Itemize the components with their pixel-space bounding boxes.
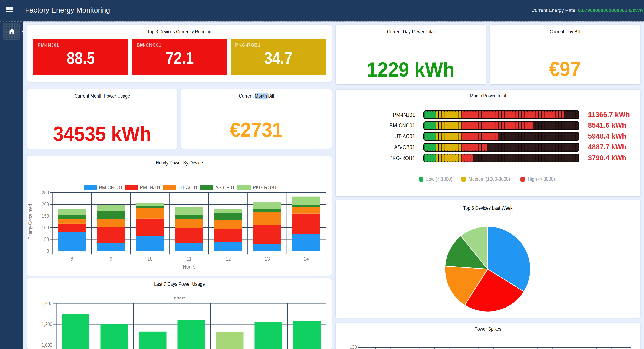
svg-text:1,400: 1,400 bbox=[42, 301, 52, 306]
svg-text:High (> 3000): High (> 3000) bbox=[528, 176, 555, 182]
svg-text:0: 0 bbox=[47, 248, 49, 254]
svg-text:UT-AC01: UT-AC01 bbox=[394, 133, 415, 140]
svg-text:PKG-ROB1: PKG-ROB1 bbox=[389, 155, 415, 161]
svg-text:200: 200 bbox=[42, 202, 49, 207]
svg-text:130: 130 bbox=[350, 344, 357, 349]
svg-text:150: 150 bbox=[42, 213, 49, 219]
svg-text:Hours: Hours bbox=[183, 264, 195, 270]
svg-text:11366.7 kWh: 11366.7 kWh bbox=[588, 111, 630, 118]
svg-text:AS-CB01: AS-CB01 bbox=[215, 185, 235, 190]
svg-text:3790.4 kWh: 3790.4 kWh bbox=[588, 154, 626, 162]
svg-text:BM-CNC01: BM-CNC01 bbox=[99, 185, 123, 190]
svg-text:14: 14 bbox=[304, 256, 309, 262]
svg-text:50: 50 bbox=[44, 237, 49, 242]
svg-text:Energy Consumed: Energy Consumed bbox=[27, 204, 33, 240]
svg-text:250: 250 bbox=[42, 190, 49, 195]
svg-text:12: 12 bbox=[226, 256, 231, 262]
svg-text:Low (< 1000): Low (< 1000) bbox=[426, 176, 452, 182]
svg-text:8541.6 kWh: 8541.6 kWh bbox=[588, 121, 626, 129]
svg-text:BM-CNC01: BM-CNC01 bbox=[390, 122, 415, 129]
svg-text:11: 11 bbox=[187, 256, 192, 262]
svg-text:PM-INJ01: PM-INJ01 bbox=[140, 185, 160, 190]
svg-text:PM-INJ01: PM-INJ01 bbox=[393, 111, 415, 118]
svg-text:5948.4 kWh: 5948.4 kWh bbox=[588, 132, 626, 140]
svg-text:Medium (1000-3000): Medium (1000-3000) bbox=[468, 176, 510, 182]
svg-text:UT-AC01: UT-AC01 bbox=[178, 185, 198, 190]
svg-text:1,000: 1,000 bbox=[42, 343, 52, 348]
svg-text:8: 8 bbox=[70, 256, 73, 262]
svg-text:9: 9 bbox=[110, 256, 112, 262]
svg-text:AS-CB01: AS-CB01 bbox=[394, 144, 415, 150]
svg-text:100: 100 bbox=[42, 225, 49, 231]
svg-text:PKG-ROB1: PKG-ROB1 bbox=[253, 185, 277, 190]
svg-text:13: 13 bbox=[265, 256, 270, 262]
svg-text:1,200: 1,200 bbox=[42, 322, 52, 327]
svg-text:4887.7 kWh: 4887.7 kWh bbox=[588, 143, 626, 151]
svg-text:10: 10 bbox=[147, 256, 152, 262]
